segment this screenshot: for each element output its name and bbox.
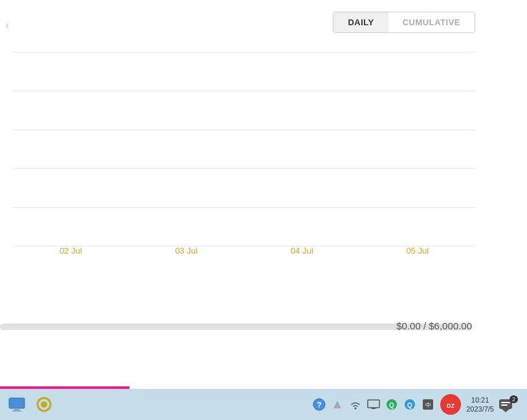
svg-rect-0: [9, 398, 25, 408]
svg-rect-9: [368, 400, 379, 408]
notification-count: 2: [510, 395, 518, 403]
svg-rect-10: [372, 408, 376, 409]
system-tray: ? Q: [312, 393, 522, 416]
input-method-icon[interactable]: 中: [421, 397, 435, 412]
help-icon[interactable]: ?: [312, 397, 326, 412]
system-clock: 10:21 2023/7/5: [466, 395, 494, 414]
svg-text:?: ?: [317, 401, 321, 410]
svg-rect-22: [501, 404, 508, 406]
svg-text:DZ: DZ: [447, 403, 454, 409]
wifi-icon[interactable]: [348, 397, 363, 412]
screen-icon[interactable]: [366, 397, 381, 412]
taskbar-monitor-icon[interactable]: [5, 393, 28, 416]
chart-area: [13, 52, 475, 246]
svg-text:Q: Q: [407, 402, 412, 409]
svg-rect-21: [501, 402, 510, 403]
grid-line: [13, 52, 475, 52]
svg-point-8: [355, 408, 357, 410]
svg-rect-2: [12, 410, 21, 412]
svg-point-4: [41, 401, 47, 408]
x-label-4: 05 Jul: [406, 246, 429, 256]
grid-line: [13, 168, 475, 169]
view-toggle: DAILY CUMULATIVE: [333, 12, 475, 33]
x-label-1: 02 Jul: [60, 246, 82, 256]
clock-time: 10:21: [466, 395, 494, 404]
progress-label: $0.00 / $6,000.00: [396, 320, 472, 331]
taskbar: ? Q: [0, 389, 527, 420]
taskbar-ring-icon[interactable]: [32, 393, 56, 416]
x-label-2: 03 Jul: [175, 246, 197, 256]
left-arrow-icon[interactable]: ›: [5, 19, 8, 31]
svg-marker-7: [333, 401, 341, 408]
cumulative-toggle-button[interactable]: CUMULATIVE: [388, 12, 475, 32]
grid-line: [13, 129, 475, 130]
daily-toggle-button[interactable]: DAILY: [333, 12, 388, 32]
x-label-3: 04 Jul: [291, 246, 313, 256]
qq1-icon[interactable]: Q: [385, 397, 399, 412]
svg-marker-20: [502, 409, 510, 412]
grid-line: [13, 207, 475, 208]
grid-line: [13, 91, 475, 91]
qq2-icon[interactable]: Q: [403, 397, 417, 412]
notification-icon[interactable]: 2: [498, 397, 522, 412]
clock-date: 2023/7/5: [466, 404, 494, 414]
svg-rect-1: [14, 408, 19, 410]
svg-text:中: 中: [425, 402, 431, 408]
x-axis: 02 Jul 03 Jul 04 Jul 05 Jul: [13, 246, 475, 256]
uac-arrow-icon[interactable]: [330, 397, 344, 412]
dz-plugin-icon[interactable]: DZ: [439, 393, 462, 416]
svg-text:Q: Q: [389, 402, 394, 409]
